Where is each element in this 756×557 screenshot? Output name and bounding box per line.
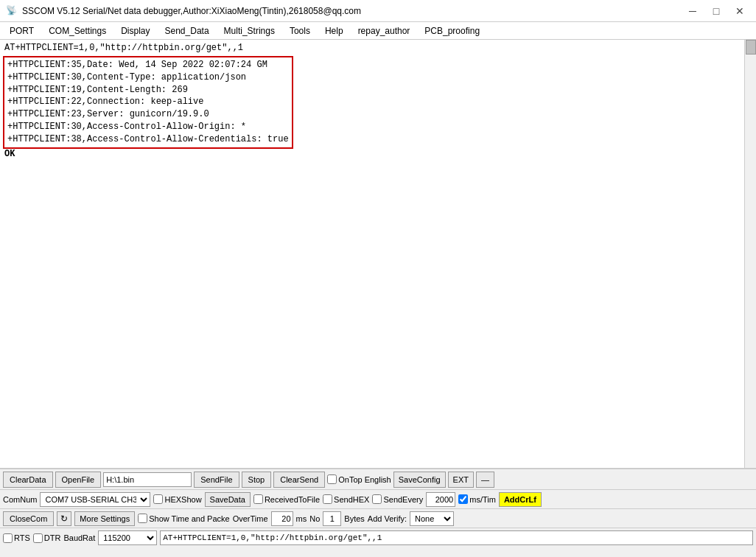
saveconfig-button[interactable]: SaveConfig	[393, 472, 446, 488]
ontop-text: OnTop	[338, 475, 362, 484]
minimize-button[interactable]: ─	[682, 4, 703, 18]
title-bar-left: 📡 SSCOM V5.12 Serial/Net data debugger,A…	[6, 5, 361, 17]
receivedtofile-checkbox[interactable]	[253, 494, 263, 504]
more-settings-button[interactable]: More Settings	[74, 511, 135, 526]
rts-label[interactable]: RTS	[3, 533, 30, 543]
menu-item-port[interactable]: PORT	[3, 24, 41, 38]
sendhex-label[interactable]: SendHEX	[323, 494, 369, 504]
toolbar-row2: ComNum COM7 USB-SERIAL CH340 HEXShow Sav…	[0, 490, 756, 509]
main-content-area: AT+HTTPCLIENT=1,0,"http://httpbin.org/ge…	[0, 40, 756, 469]
no-label: No	[309, 514, 320, 523]
closecom-button[interactable]: CloseCom	[3, 511, 54, 526]
sendevery-checkbox[interactable]	[372, 494, 382, 504]
toolbar-row4: RTS DTR BaudRat 960019200384005760011520…	[0, 528, 756, 547]
clearsend-button[interactable]: ClearSend	[273, 472, 325, 488]
baudrate-label: BaudRat	[63, 533, 95, 542]
baudrate-select[interactable]: 9600192003840057600115200230400	[98, 530, 157, 545]
file-path-input[interactable]	[103, 472, 192, 487]
maximize-button[interactable]: □	[706, 4, 727, 18]
sendhex-text: SendHEX	[334, 495, 369, 504]
menu-item-com-settings[interactable]: COM_Settings	[42, 24, 113, 38]
ok-text: OK	[4, 149, 15, 159]
showtime-text: Show Time and Packe	[149, 514, 229, 523]
dtr-checkbox[interactable]	[33, 533, 43, 543]
sendhex-checkbox[interactable]	[323, 494, 332, 504]
hexshow-checkbox[interactable]	[153, 494, 163, 504]
mstim-label[interactable]: ms/Tim	[458, 494, 496, 504]
no-input[interactable]	[323, 511, 341, 526]
bottom-toolbar-area: ClearData OpenFile SendFile Stop ClearSe…	[0, 469, 756, 557]
add-verify-label: Add Verify:	[368, 514, 407, 523]
hexshow-label[interactable]: HEXShow	[153, 494, 201, 504]
savedata-button[interactable]: SaveData	[205, 492, 251, 507]
title-controls: ─ □ ✕	[682, 4, 750, 18]
comnum-label: ComNum	[3, 495, 37, 504]
menu-item-help[interactable]: Help	[318, 24, 350, 38]
receivedtofile-label[interactable]: ReceivedToFile	[253, 494, 320, 504]
sendfile-button[interactable]: SendFile	[194, 472, 239, 488]
minus-button[interactable]: —	[476, 472, 494, 488]
sendevery-label[interactable]: SendEvery	[372, 494, 423, 504]
title-text: SSCOM V5.12 Serial/Net data debugger,Aut…	[22, 6, 361, 16]
verify-select[interactable]: NoneSumCRC16XOR	[410, 511, 454, 526]
ext-button[interactable]: EXT	[448, 472, 474, 488]
toolbar-row1: ClearData OpenFile SendFile Stop ClearSe…	[0, 469, 756, 490]
title-bar: 📡 SSCOM V5.12 Serial/Net data debugger,A…	[0, 0, 756, 22]
ms-value-input[interactable]	[426, 492, 455, 507]
receivedtofile-text: ReceivedToFile	[265, 495, 320, 504]
english-text: English	[365, 475, 391, 484]
at-command-line: AT+HTTPCLIENT=1,0,"http://httpbin.org/ge…	[4, 43, 243, 53]
toolbar-row3: CloseCom ↻ More Settings Show Time and P…	[0, 509, 756, 528]
menu-item-tools[interactable]: Tools	[283, 24, 317, 38]
addcrlf-button[interactable]: AddCrLf	[499, 492, 542, 507]
com-port-select[interactable]: COM7 USB-SERIAL CH340	[40, 492, 150, 507]
bytes-label: Bytes	[344, 514, 365, 523]
ontop-label[interactable]: OnTop	[327, 474, 362, 484]
ms-label: ms	[296, 514, 307, 523]
mstim-checkbox[interactable]	[458, 494, 468, 504]
dtr-text: DTR	[44, 533, 61, 542]
menu-item-multi-strings[interactable]: Multi_Strings	[217, 24, 281, 38]
menu-item-display[interactable]: Display	[114, 24, 156, 38]
overtime-label: OverTime	[233, 514, 268, 523]
scroll-thumb[interactable]	[746, 40, 756, 55]
menu-item-repay-author[interactable]: repay_author	[351, 24, 417, 38]
mstim-text: ms/Tim	[469, 495, 496, 504]
overtime-input[interactable]	[271, 511, 293, 526]
main-scrollbar[interactable]	[744, 40, 756, 468]
http-response-box: +HTTPCLIENT:35,Date: Wed, 14 Sep 2022 02…	[3, 56, 293, 149]
refresh-icon[interactable]: ↻	[57, 511, 71, 526]
openfile-button[interactable]: OpenFile	[55, 472, 102, 488]
close-button[interactable]: ✕	[729, 4, 750, 18]
cleardata-button[interactable]: ClearData	[3, 472, 53, 488]
dtr-label[interactable]: DTR	[33, 533, 61, 543]
rts-checkbox[interactable]	[3, 533, 13, 543]
showtime-label[interactable]: Show Time and Packe	[138, 514, 229, 523]
menu-item-pcb-proofing[interactable]: PCB_proofing	[418, 24, 486, 38]
sendevery-text: SendEvery	[383, 495, 423, 504]
showtime-checkbox[interactable]	[138, 514, 147, 523]
ontop-checkbox[interactable]	[327, 474, 337, 484]
serial-command-input[interactable]	[160, 530, 753, 545]
rts-text: RTS	[14, 533, 30, 542]
menu-bar: PORTCOM_SettingsDisplaySend_DataMulti_St…	[0, 22, 756, 40]
stop-button[interactable]: Stop	[242, 472, 272, 488]
app-icon: 📡	[6, 5, 18, 17]
hexshow-text: HEXShow	[164, 495, 201, 504]
menu-item-send-data[interactable]: Send_Data	[158, 24, 216, 38]
